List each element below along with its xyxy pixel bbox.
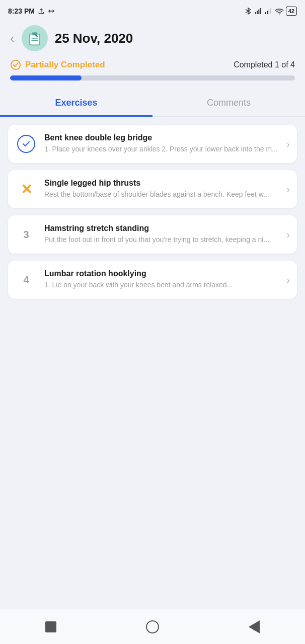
exercise-arrow-3: ›	[286, 229, 290, 240]
exercise-card-2[interactable]: ✕ Single legged hip thrusts Rest the bot…	[8, 170, 297, 208]
progress-bar-container	[0, 75, 305, 80]
exercise-arrow-4: ›	[286, 274, 290, 286]
completed-count: Completed 1 of 4	[234, 60, 295, 69]
partial-completed-status: Partially Completed	[10, 59, 105, 70]
svg-rect-6	[268, 10, 269, 14]
battery-indicator: 42	[286, 7, 297, 16]
exercise-desc-2: Rest the bottom/base of shoulder blades …	[44, 190, 279, 200]
partial-check-icon	[10, 59, 21, 70]
exercise-card-3[interactable]: 3 Hamstring stretch standing Put the foo…	[8, 215, 297, 254]
sync-icon	[48, 8, 55, 15]
svg-rect-0	[255, 12, 256, 14]
signal-icon	[255, 8, 263, 15]
svg-rect-1	[257, 11, 258, 14]
back-button[interactable]: ‹	[10, 32, 15, 45]
exercise-content-3: Hamstring stretch standing Put the foot …	[44, 224, 279, 245]
exercise-desc-1: 1. Place your knees over your ankles 2. …	[44, 144, 279, 154]
svg-rect-4	[265, 12, 266, 14]
exercise-indicator-1	[15, 133, 37, 155]
exercise-card-1[interactable]: Bent knee double leg bridge 1. Place you…	[8, 125, 297, 163]
status-bar: 8:23 PM 42	[0, 0, 305, 20]
exercise-desc-4: 1. Lie on your back with your knees bent…	[44, 280, 279, 290]
exercise-number-4: 4	[23, 274, 29, 286]
signal2-icon	[265, 8, 273, 15]
exercise-indicator-4: 4	[15, 269, 37, 291]
svg-rect-9	[30, 34, 40, 45]
header-date: 25 Nov, 2020	[55, 31, 133, 46]
exercise-card-4[interactable]: 4 Lumbar rotation hooklying 1. Lie on yo…	[8, 261, 297, 299]
failed-x-icon: ✕	[21, 181, 32, 198]
exercise-title-2: Single legged hip thrusts	[44, 179, 279, 188]
nav-square-button[interactable]	[44, 620, 58, 634]
exercise-arrow-2: ›	[286, 184, 290, 195]
tab-exercises[interactable]: Exercises	[0, 91, 152, 117]
exercise-title-1: Bent knee double leg bridge	[44, 133, 279, 142]
nav-home-button[interactable]	[145, 620, 160, 634]
wifi-icon	[275, 8, 284, 15]
exercise-list: Bent knee double leg bridge 1. Place you…	[0, 125, 305, 454]
clipboard-icon	[27, 31, 42, 46]
nav-back-button[interactable]	[247, 620, 261, 634]
bottom-nav	[0, 609, 305, 644]
exercise-number-3: 3	[23, 229, 29, 240]
exercise-indicator-3: 3	[15, 223, 37, 246]
progress-track	[10, 75, 295, 80]
completed-check-icon	[17, 135, 35, 153]
status-row: Partially Completed Completed 1 of 4	[0, 59, 305, 70]
svg-rect-2	[258, 10, 259, 14]
header: ‹ 25 Nov, 2020	[0, 20, 305, 59]
exercise-content-1: Bent knee double leg bridge 1. Place you…	[44, 133, 279, 154]
svg-point-8	[279, 14, 280, 15]
triangle-icon	[249, 620, 260, 633]
circle-icon	[146, 620, 159, 633]
exercise-content-2: Single legged hip thrusts Rest the botto…	[44, 179, 279, 200]
square-icon	[45, 621, 56, 632]
exercise-title-4: Lumbar rotation hooklying	[44, 269, 279, 278]
upload-icon	[38, 8, 45, 15]
exercise-content-4: Lumbar rotation hooklying 1. Lie on your…	[44, 269, 279, 290]
exercise-arrow-1: ›	[286, 138, 290, 150]
svg-rect-5	[267, 11, 268, 14]
bluetooth-icon	[244, 8, 253, 15]
status-icons: 42	[244, 7, 297, 16]
svg-rect-10	[32, 32, 37, 35]
svg-point-13	[11, 60, 20, 69]
exercise-indicator-2: ✕	[15, 178, 37, 200]
svg-rect-7	[270, 8, 271, 14]
status-time: 8:23 PM	[8, 7, 55, 15]
svg-rect-3	[260, 8, 261, 14]
tab-comments[interactable]: Comments	[152, 91, 305, 117]
exercise-desc-3: Put the foot out in front of you that yo…	[44, 235, 279, 245]
tabs: Exercises Comments	[0, 91, 305, 117]
header-icon	[22, 25, 48, 51]
exercise-title-3: Hamstring stretch standing	[44, 224, 279, 233]
progress-fill	[10, 75, 82, 80]
